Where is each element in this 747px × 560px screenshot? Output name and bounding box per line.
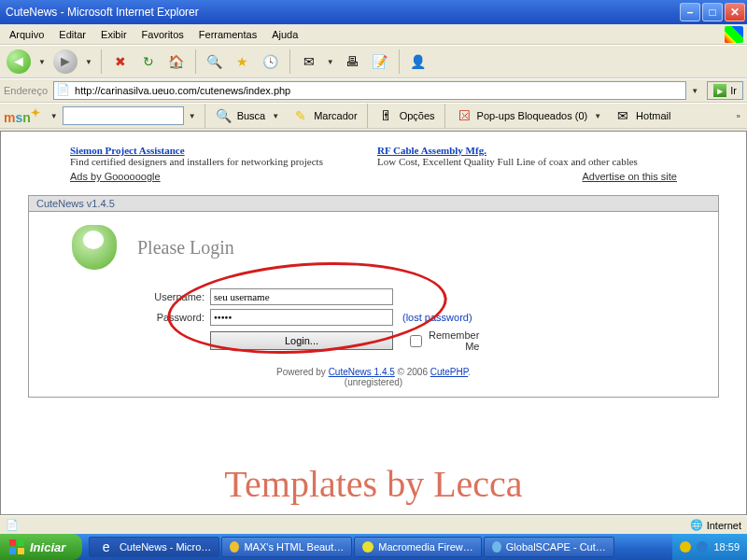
status-bar: 📄 🌐 Internet [0,515,747,534]
msn-dropdown[interactable]: ▼ [50,112,58,120]
go-button[interactable]: ► Ir [707,81,743,100]
ad-right[interactable]: RF Cable Assembly Mfg. Low Cost, Excelle… [377,145,677,167]
app-icon [230,541,239,553]
taskbar-item-label: Macromedia Firew… [378,541,472,553]
forward-button[interactable]: ► [50,49,80,75]
window-minimize-button[interactable]: – [680,3,700,21]
login-button[interactable]: Login... [210,331,393,350]
msn-search-input[interactable] [63,106,184,125]
back-button[interactable]: ◄ [4,49,34,75]
go-label: Ir [730,85,737,96]
zone-icon: 🌐 [690,519,703,531]
cutenews-link[interactable]: CuteNews 1.4.5 [329,367,395,377]
remember-me-checkbox[interactable] [410,335,422,347]
go-arrow-icon: ► [713,84,726,97]
msn-opcoes-label: Opções [400,110,435,121]
panel-footer: Powered by CuteNews 1.4.5 © 2006 CutePHP… [29,367,718,387]
msn-busca-label: Busca [237,110,266,121]
address-label: Endereço [4,85,48,96]
refresh-button[interactable]: ↻ [135,49,162,75]
msn-toolbar: msn✦ ▼ ▼ 🔍Busca▼ ✎Marcador 🎚Opções ⮽Pop-… [0,103,747,129]
taskbar-item-label: CuteNews - Micro… [120,541,211,553]
address-dropdown[interactable]: ▼ [691,87,698,95]
login-form: Username: Password: (lost password) Logi… [137,288,718,352]
taskbar-item-fireworks[interactable]: Macromedia Firew… [354,537,481,557]
window-titlebar: CuteNews - Microsoft Internet Explorer –… [0,0,747,24]
menu-editar[interactable]: Editar [51,26,93,43]
menu-ferramentas[interactable]: Ferramentas [191,26,264,43]
msn-opcoes-button[interactable]: 🎚Opções [374,105,439,127]
mail-icon: ✉ [613,106,632,125]
history-button[interactable]: 🕓 [258,49,284,75]
ads-by-link[interactable]: Ads by Goooooogle [70,171,161,182]
start-button[interactable]: Iniciar [0,534,82,560]
favorites-button[interactable]: ★ [230,49,256,75]
window-maximize-button[interactable]: □ [702,3,723,21]
advertise-link[interactable]: Advertise on this site [583,171,678,182]
window-close-button[interactable]: ✕ [725,3,745,21]
ad-right-title[interactable]: RF Cable Assembly Mfg. [377,145,677,156]
password-label: Password: [137,312,204,323]
windows-logo-icon [9,539,24,554]
mail-button[interactable]: ✉ [296,49,322,75]
print-button[interactable]: 🖶 [339,49,365,75]
home-button[interactable]: 🏠 [163,49,190,75]
app-icon [362,541,374,553]
page-icon: 📄 [56,83,70,96]
panel-heading: CuteNews v1.4.5 [29,196,718,212]
ad-right-body: Low Cost, Excellent Quality Full Line of… [377,156,677,167]
navigation-toolbar: ◄ ▼ ► ▼ ✖ ↻ 🏠 🔍 ★ 🕓 ✉▼ 🖶 📝 👤 [0,45,747,78]
username-label: Username: [137,291,204,302]
footer-unregistered: (unregistered) [345,377,402,387]
edit-button[interactable]: 📝 [367,49,393,75]
taskbar-clock: 18:59 [713,541,740,553]
msn-logo: msn✦ [4,106,40,125]
search-button[interactable]: 🔍 [202,49,228,75]
taskbar-item-cutenews[interactable]: eCuteNews - Micro… [89,537,219,557]
page-content: Siemon Project Assistance Find certified… [0,131,747,515]
password-input[interactable] [210,309,393,326]
system-tray[interactable]: 18:59 [672,534,747,560]
messenger-buddy-icon [72,225,117,270]
tray-icon[interactable] [697,541,708,553]
messenger-button[interactable]: 👤 [405,49,431,75]
menu-favoritos[interactable]: Favoritos [134,26,191,43]
toolbar-divider [101,49,102,74]
msn-hotmail-button[interactable]: ✉Hotmail [610,105,674,127]
cutephp-link[interactable]: CutePHP [430,367,468,377]
lost-password-link[interactable]: (lost password) [402,312,472,323]
menu-arquivo[interactable]: Arquivo [2,26,51,43]
address-input[interactable] [53,81,686,100]
msn-marcador-button[interactable]: ✎Marcador [288,105,360,127]
toolbar-divider [289,49,290,74]
tray-icon[interactable] [680,541,691,553]
taskbar-item-globalscape[interactable]: GlobalSCAPE - Cut… [484,537,614,557]
remember-me[interactable]: Remember Me [406,329,473,352]
msn-marcador-label: Marcador [314,110,357,121]
forward-dropdown[interactable]: ▼ [85,58,92,66]
msn-search-dropdown[interactable]: ▼ [189,112,196,120]
back-dropdown[interactable]: ▼ [38,58,46,66]
menu-ajuda[interactable]: Ajuda [264,26,305,43]
remember-me-label: Remember Me [429,329,479,352]
ad-left-body: Find certified designers and installers … [70,156,370,167]
username-input[interactable] [210,288,393,305]
toolbar-divider [399,49,400,74]
menu-bar: Arquivo Editar Exibir Favoritos Ferramen… [0,24,747,45]
windows-flag-icon [725,26,743,43]
msn-busca-button[interactable]: 🔍Busca▼ [211,105,287,127]
ad-left[interactable]: Siemon Project Assistance Find certified… [70,145,370,167]
ad-left-title[interactable]: Siemon Project Assistance [70,145,370,156]
msn-chevrons[interactable]: » [737,112,740,120]
ie-icon: e [97,538,115,556]
menu-exibir[interactable]: Exibir [93,26,134,43]
stop-button[interactable]: ✖ [107,49,134,75]
toolbar-divider [204,104,205,128]
mail-dropdown[interactable]: ▼ [327,58,334,66]
toolbar-divider [195,49,196,74]
taskbar-item-max[interactable]: MAX's HTML Beaut… [221,537,352,557]
watermark-text: Templates by Lecca [224,462,522,506]
msn-popups-button[interactable]: ⮽Pop-ups Bloqueados (0)▼ [451,105,609,127]
window-title: CuteNews - Microsoft Internet Explorer [6,6,678,19]
taskbar-item-label: MAX's HTML Beaut… [244,541,344,553]
